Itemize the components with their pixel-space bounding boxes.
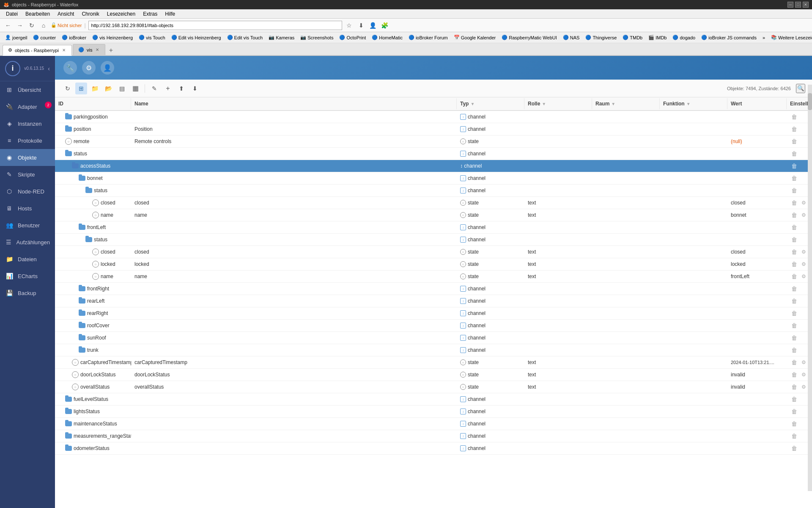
table-row[interactable]: roofCover ↕channel 🗑	[55, 320, 812, 332]
delete-button[interactable]: 🗑	[790, 334, 798, 342]
table-row[interactable]: measurements_rangeStatus ↕channel 🗑	[55, 430, 812, 442]
table-row[interactable]: ○ overallStatus overallStatus ○state tex…	[55, 381, 812, 393]
bookmark-iobroker[interactable]: 🔵ioBroker	[59, 34, 89, 41]
upload-button[interactable]: ⬆	[176, 83, 187, 94]
delete-button[interactable]: 🗑	[790, 346, 798, 354]
bookmark-kameras[interactable]: 📷Kameras	[266, 34, 297, 41]
delete-button[interactable]: 🗑	[790, 444, 798, 453]
table-row[interactable]: ○ closed closed ○state text closed 🗑 ⚙	[55, 246, 812, 258]
table-row[interactable]: maintenanceStatus ↕channel 🗑	[55, 418, 812, 430]
bookmark-edit-vis-touch[interactable]: 🔵Edit vis Touch	[225, 34, 266, 41]
settings-button[interactable]: ⚙	[800, 212, 807, 218]
menu-bearbeiten[interactable]: Bearbeiten	[22, 10, 53, 18]
th-rolle[interactable]: Rolle ▼	[524, 98, 592, 109]
delete-button[interactable]: 🗑	[790, 272, 798, 281]
close-button[interactable]: ✕	[803, 2, 809, 8]
bookmark-tmdb[interactable]: 🔵TMDb	[620, 34, 645, 41]
delete-button[interactable]: 🗑	[790, 174, 798, 182]
delete-button[interactable]: 🗑	[790, 395, 798, 403]
home-button[interactable]: ⌂	[39, 21, 48, 30]
delete-button[interactable]: 🗑	[790, 370, 798, 379]
table-row[interactable]: ○ doorLockStatus doorLockStatus ○state t…	[55, 369, 812, 381]
maximize-button[interactable]: □	[795, 2, 801, 8]
sidebar-toggle-button[interactable]: ‹	[48, 65, 50, 72]
delete-button[interactable]: 🗑	[790, 383, 798, 391]
table-row[interactable]: status ↕channel 🗑	[55, 234, 812, 246]
menu-chronik[interactable]: Chronik	[78, 10, 102, 18]
edit-button[interactable]: ✎	[148, 83, 160, 94]
sidebar-item-node-red[interactable]: ⬡ Node-RED	[0, 183, 55, 200]
delete-button[interactable]: 🗑	[790, 162, 798, 170]
delete-button[interactable]: 🗑	[790, 125, 798, 133]
bookmark-thingiverse[interactable]: 🔵Thingiverse	[583, 34, 619, 41]
settings-button[interactable]: ⚙	[800, 371, 807, 378]
tab-vis-close[interactable]: ✕	[95, 47, 100, 52]
sidebar-item-objekte[interactable]: ◉ Objekte	[0, 149, 55, 166]
tab-objects[interactable]: ⚙ objects - Raspberrypi ✕	[3, 45, 72, 56]
delete-button[interactable]: 🗑	[790, 223, 798, 232]
delete-button[interactable]: 🗑	[790, 309, 798, 318]
table-row[interactable]: frontRight ↕channel 🗑	[55, 283, 812, 295]
th-funktion[interactable]: Funktion ▼	[660, 98, 727, 109]
table-row[interactable]: status ↕channel 🗑	[55, 185, 812, 197]
delete-button[interactable]: 🗑	[790, 248, 798, 256]
bookmark-joergeil[interactable]: 👤joergeil	[3, 34, 30, 41]
th-wert[interactable]: Wert	[727, 98, 787, 109]
reload-button[interactable]: ↻	[27, 21, 36, 30]
menu-extras[interactable]: Extras	[140, 10, 161, 18]
tab-objects-close[interactable]: ✕	[61, 47, 66, 53]
menu-ansicht[interactable]: Ansicht	[54, 10, 77, 18]
delete-button[interactable]: 🗑	[790, 358, 798, 367]
bookmark-more[interactable]: »	[760, 34, 768, 41]
new-tab-button[interactable]: +	[106, 46, 115, 55]
table-row[interactable]: fuelLevelStatus ↕channel 🗑	[55, 393, 812, 406]
bookmark-counter[interactable]: 🔵counter	[30, 34, 58, 41]
delete-button[interactable]: 🗑	[790, 420, 798, 428]
table-row[interactable]: status ↕channel 🗑	[55, 148, 812, 160]
bookmark-octoprint[interactable]: 🔵OctoPrint	[337, 34, 368, 41]
sidebar-item-adapter[interactable]: 🔌 Adapter 2	[0, 98, 55, 115]
sidebar-item-dateien[interactable]: 📁 Dateien	[0, 251, 55, 268]
table-row[interactable]: rearRight ↕channel 🗑	[55, 307, 812, 320]
menu-hilfe[interactable]: Hilfe	[162, 10, 178, 18]
refresh-button[interactable]: ↻	[62, 83, 74, 94]
address-input[interactable]	[88, 21, 342, 30]
bookmark-weitere[interactable]: 📚Weitere Lesezeichen	[768, 34, 812, 41]
table-row[interactable]: odometerStatus ↕channel 🗑	[55, 442, 812, 455]
profile-button[interactable]: 👤	[368, 21, 378, 30]
extensions-button[interactable]: 🧩	[380, 21, 390, 30]
delete-button[interactable]: 🗑	[790, 321, 798, 330]
search-button[interactable]: 🔍	[796, 84, 805, 93]
sidebar-item-instanzen[interactable]: ◈ Instanzen	[0, 115, 55, 132]
bookmark-edit-vis-heinzenberg[interactable]: 🔵Edit vis Heinzenberg	[169, 34, 224, 41]
forward-button[interactable]: →	[15, 21, 25, 30]
bookmark-google-kalender[interactable]: 📅Google Kalender	[451, 34, 499, 41]
delete-button[interactable]: 🗑	[790, 407, 798, 416]
gear-button[interactable]: ⚙	[82, 61, 96, 75]
back-button[interactable]: ←	[3, 21, 13, 30]
delete-button[interactable]: 🗑	[790, 211, 798, 219]
bookmark-vis-touch[interactable]: 🔵vis Touch	[136, 34, 168, 41]
delete-button[interactable]: 🗑	[790, 149, 798, 158]
table-row[interactable]: accessStatus ↕ channel 🗑	[55, 160, 812, 172]
delete-button[interactable]: 🗑	[790, 113, 798, 121]
table-row[interactable]: ○ locked locked ○state text locked 🗑 ⚙	[55, 258, 812, 271]
bookmark-js-commands[interactable]: 🔵ioBroker JS commands	[699, 34, 759, 41]
settings-button[interactable]: ⚙	[800, 248, 807, 255]
table-row[interactable]: ○ name name ○state text frontLeft 🗑 ⚙	[55, 271, 812, 283]
details-button[interactable]: ▦	[129, 83, 141, 94]
table-row[interactable]: ○ closed closed ○state text closed 🗑 ⚙	[55, 197, 812, 209]
table-row[interactable]: rearLeft ↕channel 🗑	[55, 295, 812, 307]
table-row[interactable]: sunRoof ↕channel 🗑	[55, 332, 812, 344]
expand-button[interactable]: ▤	[116, 83, 128, 94]
delete-button[interactable]: 🗑	[790, 186, 798, 195]
delete-button[interactable]: 🗑	[790, 199, 798, 207]
sidebar-item-protokolle[interactable]: ≡ Protokolle	[0, 132, 55, 149]
delete-button[interactable]: 🗑	[790, 297, 798, 305]
scroll-thumb[interactable]	[808, 93, 812, 110]
add-button[interactable]: +	[162, 83, 174, 94]
delete-button[interactable]: 🗑	[790, 284, 798, 293]
menu-lesezeichen[interactable]: Lesezeichen	[104, 10, 139, 18]
bookmark-nas[interactable]: 🔵NAS	[560, 34, 582, 41]
sidebar-item-aufzahlungen[interactable]: ☰ Aufzählungen	[0, 234, 55, 251]
